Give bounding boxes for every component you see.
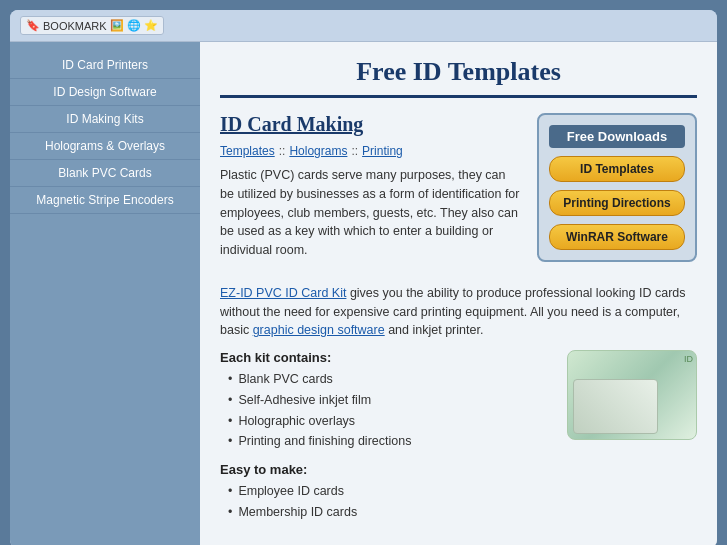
kit-contains-title: Each kit contains: [220, 350, 547, 365]
downloads-title: Free Downloads [549, 125, 685, 148]
content-row: ID Card Making Templates :: Holograms ::… [220, 113, 697, 272]
app-window: 🔖 BOOKMARK 🖼️ 🌐 ⭐ ID Card Printers ID De… [10, 10, 717, 545]
kit-list: Blank PVC cards Self-Adhesive inkjet fil… [220, 369, 547, 452]
description-text: Plastic (PVC) cards serve many purposes,… [220, 166, 522, 260]
bookmark-area[interactable]: 🔖 BOOKMARK 🖼️ 🌐 ⭐ [20, 16, 164, 35]
download-btn-printing[interactable]: Printing Directions [549, 190, 685, 216]
downloads-box: Free Downloads ID Templates Printing Dir… [537, 113, 697, 262]
breadcrumb: Templates :: Holograms :: Printing [220, 144, 522, 158]
main-content: ID Card Making Templates :: Holograms ::… [220, 113, 522, 272]
main-layout: ID Card Printers ID Design Software ID M… [10, 42, 717, 545]
download-btn-winrar[interactable]: WinRAR Software [549, 224, 685, 250]
easy-make-title: Easy to make: [220, 462, 547, 477]
bookmark-label: BOOKMARK [43, 20, 107, 32]
download-btn-id-templates[interactable]: ID Templates [549, 156, 685, 182]
kit-item-1: Self-Adhesive inkjet film [228, 390, 547, 411]
ez-id-paragraph: EZ-ID PVC ID Card Kit gives you the abil… [220, 284, 697, 340]
bottom-text: Each kit contains: Blank PVC cards Self-… [220, 350, 547, 533]
toolbar-icons: 🖼️ 🌐 ⭐ [110, 19, 158, 32]
card-label: ID [684, 354, 693, 364]
title-divider [220, 95, 697, 98]
kit-item-3: Printing and finishing directions [228, 431, 547, 452]
sidebar: ID Card Printers ID Design Software ID M… [10, 42, 200, 545]
breadcrumb-printing[interactable]: Printing [362, 144, 403, 158]
sidebar-item-holograms-overlays[interactable]: Holograms & Overlays [10, 133, 200, 160]
kit-item-0: Blank PVC cards [228, 369, 547, 390]
card-image: ID [567, 350, 697, 440]
breadcrumb-holograms[interactable]: Holograms [289, 144, 347, 158]
sidebar-item-magnetic-stripe[interactable]: Magnetic Stripe Encoders [10, 187, 200, 214]
graphic-design-link[interactable]: graphic design software [253, 323, 385, 337]
sidebar-item-id-card-printers[interactable]: ID Card Printers [10, 52, 200, 79]
sidebar-item-blank-pvc-cards[interactable]: Blank PVC Cards [10, 160, 200, 187]
top-bar: 🔖 BOOKMARK 🖼️ 🌐 ⭐ [10, 10, 717, 42]
easy-make-item-1: Membership ID cards [228, 502, 547, 523]
bookmark-icon: 🔖 [26, 19, 40, 32]
kit-item-2: Holographic overlays [228, 411, 547, 432]
sidebar-item-id-making-kits[interactable]: ID Making Kits [10, 106, 200, 133]
content-area: Free ID Templates ID Card Making Templat… [200, 42, 717, 545]
breadcrumb-sep-1: :: [279, 144, 286, 158]
page-title: Free ID Templates [220, 57, 697, 87]
breadcrumb-sep-2: :: [351, 144, 358, 158]
ez-id-desc2: and inkjet printer. [385, 323, 484, 337]
breadcrumb-templates[interactable]: Templates [220, 144, 275, 158]
section-title: ID Card Making [220, 113, 522, 136]
easy-make-item-0: Employee ID cards [228, 481, 547, 502]
sidebar-item-id-design-software[interactable]: ID Design Software [10, 79, 200, 106]
bottom-row: Each kit contains: Blank PVC cards Self-… [220, 350, 697, 533]
ez-id-link[interactable]: EZ-ID PVC ID Card Kit [220, 286, 346, 300]
card-inner [573, 379, 658, 434]
easy-make-list: Employee ID cards Membership ID cards [220, 481, 547, 523]
